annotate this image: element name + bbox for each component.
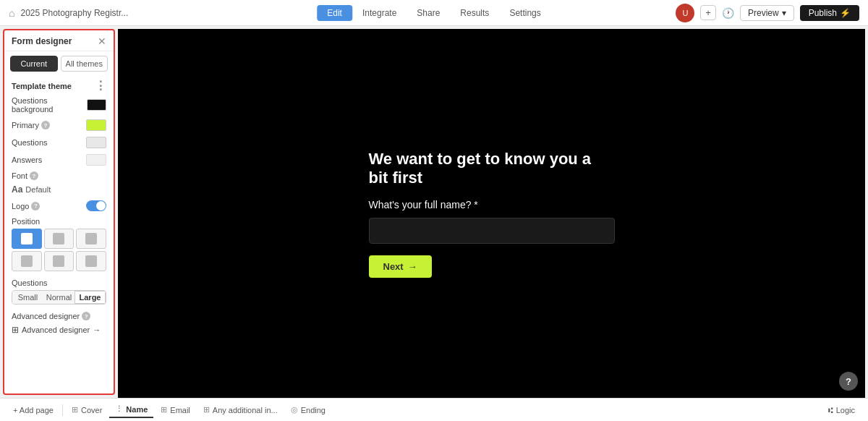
- position-btn-3[interactable]: [76, 229, 106, 249]
- close-button[interactable]: ✕: [98, 36, 106, 46]
- template-theme-section: Template theme ⋮: [4, 76, 114, 93]
- additional-label: Any additional in...: [213, 406, 278, 414]
- add-button[interactable]: +: [700, 5, 716, 20]
- cover-icon: ⊞: [72, 405, 78, 414]
- tab-additional[interactable]: ⊞ Any additional in...: [197, 402, 284, 417]
- section-menu-icon[interactable]: ⋮: [95, 80, 106, 92]
- pos-inner-1: [21, 233, 33, 244]
- font-value-row: Aa Default: [4, 183, 114, 197]
- home-icon[interactable]: ⌂: [9, 7, 14, 19]
- logo-label: Logo ?: [12, 202, 40, 210]
- position-btn-4[interactable]: [12, 251, 42, 271]
- primary-label: Primary ?: [12, 121, 50, 129]
- answers-color[interactable]: [86, 154, 106, 166]
- position-btn-2[interactable]: [44, 229, 75, 249]
- cover-label: Cover: [81, 406, 102, 414]
- position-label: Position: [12, 217, 106, 226]
- ending-icon: ◎: [291, 405, 298, 414]
- tab-ending[interactable]: ◎ Ending: [285, 402, 331, 417]
- font-row: Font ?: [4, 169, 114, 183]
- tab-edit[interactable]: Edit: [317, 5, 352, 21]
- chevron-down-icon: ▾: [782, 8, 786, 18]
- tab-results[interactable]: Results: [450, 5, 499, 21]
- advanced-designer-link[interactable]: ⊞ Advanced designer →: [12, 323, 106, 336]
- advanced-designer-label: Advanced designer ?: [12, 312, 106, 320]
- adv-arrow-icon: →: [93, 326, 101, 334]
- font-label: Font ?: [12, 171, 38, 180]
- additional-icon: ⊞: [203, 405, 210, 414]
- sidebar-tab-row: Current All themes: [4, 51, 114, 76]
- q-size-buttons: Small Normal Large: [12, 290, 106, 305]
- email-icon: ⊞: [161, 405, 167, 414]
- primary-info-icon: ?: [41, 121, 50, 129]
- top-navigation: ⌂ 2025 Photography Registr... Edit Integ…: [0, 0, 868, 26]
- q-size-normal[interactable]: Normal: [43, 291, 75, 304]
- preview-label: Preview: [748, 8, 779, 18]
- tab-all-themes[interactable]: All themes: [61, 56, 109, 72]
- name-input[interactable]: [369, 218, 615, 244]
- logic-button[interactable]: ⑆ Logic: [822, 403, 861, 417]
- pos-inner-2: [53, 233, 64, 244]
- email-label: Email: [170, 406, 190, 414]
- adv-link-label: Advanced designer: [22, 326, 90, 334]
- tab-name[interactable]: ⋮ Name: [109, 401, 153, 418]
- position-btn-5[interactable]: [44, 251, 75, 271]
- position-btn-6[interactable]: [76, 251, 106, 271]
- logic-label: Logic: [836, 406, 855, 414]
- advanced-designer-section: Advanced designer ? ⊞ Advanced designer …: [4, 309, 114, 342]
- sidebar-title: Form designer: [12, 36, 72, 46]
- pos-inner-3: [85, 233, 97, 244]
- name-label: Name: [126, 405, 148, 414]
- add-page-button[interactable]: + Add page: [7, 403, 59, 417]
- tab-settings[interactable]: Settings: [499, 5, 550, 21]
- publish-button[interactable]: Publish ⚡: [800, 5, 859, 21]
- questions-background-color[interactable]: [87, 99, 106, 111]
- tab-share[interactable]: Share: [407, 5, 450, 21]
- logo-info-icon: ?: [31, 202, 40, 210]
- questions-background-row: Questions background: [4, 93, 114, 116]
- next-button[interactable]: Next →: [369, 255, 432, 278]
- main-layout: Form designer ✕ Current All themes Templ…: [0, 26, 868, 398]
- nav-right: U + 🕐 Preview ▾ Publish ⚡: [676, 4, 859, 22]
- pos-inner-6: [85, 255, 97, 267]
- answers-color-row: Answers: [4, 151, 114, 169]
- font-info-icon: ?: [30, 171, 38, 180]
- primary-color-row: Primary ?: [4, 116, 114, 134]
- adv-link-icon: ⊞: [12, 325, 19, 335]
- tab-email[interactable]: ⊞ Email: [155, 402, 196, 417]
- position-section: Position: [4, 214, 114, 276]
- publish-label: Publish: [809, 8, 837, 18]
- primary-color[interactable]: [86, 119, 106, 131]
- answers-color-label: Answers: [12, 156, 42, 164]
- q-size-small[interactable]: Small: [12, 291, 43, 304]
- position-grid: [12, 229, 106, 271]
- ending-label: Ending: [301, 406, 326, 414]
- canvas-area: We want to get to know you a bit first W…: [118, 29, 865, 398]
- template-theme-label: Template theme: [12, 82, 72, 90]
- app-title: 2025 Photography Registr...: [20, 8, 128, 18]
- history-icon[interactable]: 🕐: [722, 7, 734, 19]
- position-btn-1[interactable]: [12, 229, 42, 249]
- form-designer-sidebar: Form designer ✕ Current All themes Templ…: [3, 29, 115, 395]
- questions-size-section: Questions Small Normal Large: [4, 276, 114, 309]
- help-button[interactable]: ?: [839, 372, 858, 391]
- tab-current[interactable]: Current: [10, 56, 58, 72]
- form-heading: We want to get to know you a bit first: [369, 150, 615, 187]
- q-size-large[interactable]: Large: [75, 291, 106, 304]
- tab-cover[interactable]: ⊞ Cover: [66, 402, 108, 417]
- avatar[interactable]: U: [676, 4, 694, 22]
- preview-button[interactable]: Preview ▾: [740, 5, 794, 21]
- questions-size-label: Questions: [12, 278, 106, 287]
- toggle-thumb: [96, 201, 106, 210]
- questions-background-label: Questions background: [12, 96, 87, 114]
- questions-color[interactable]: [86, 137, 106, 148]
- tab-integrate[interactable]: Integrate: [352, 5, 407, 21]
- next-arrow-icon: →: [408, 261, 417, 272]
- font-value: Default: [25, 185, 51, 194]
- bottom-bar: + Add page ⊞ Cover ⋮ Name ⊞ Email ⊞ Any …: [0, 398, 868, 421]
- publish-icon: ⚡: [840, 8, 851, 18]
- canvas: We want to get to know you a bit first W…: [118, 26, 868, 398]
- nav-tabs: Edit Integrate Share Results Settings: [317, 5, 550, 21]
- next-label: Next: [383, 261, 404, 272]
- logo-toggle[interactable]: [86, 200, 106, 211]
